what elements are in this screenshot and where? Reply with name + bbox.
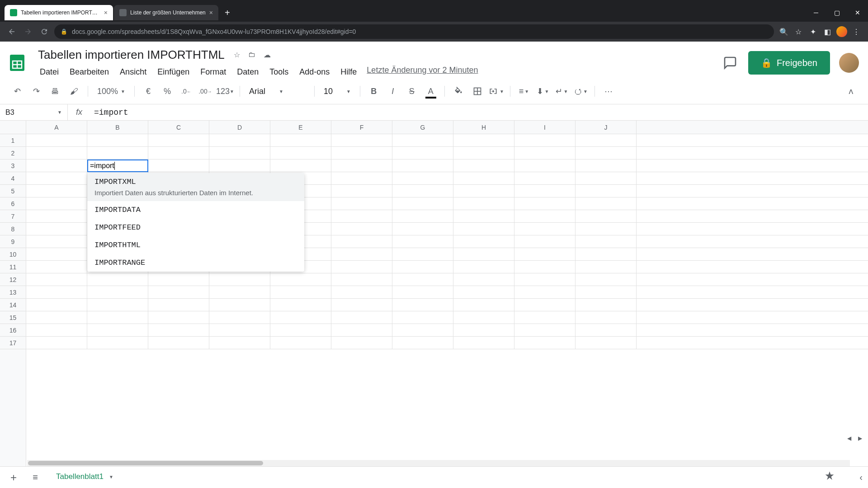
cell[interactable] xyxy=(453,223,514,235)
cell[interactable] xyxy=(576,197,637,210)
cell[interactable] xyxy=(331,299,392,311)
cell[interactable] xyxy=(576,311,637,324)
cell[interactable] xyxy=(514,273,576,286)
cell[interactable] xyxy=(331,248,392,260)
document-title[interactable]: Tabellen importieren IMPORTHTML xyxy=(35,47,227,63)
cell[interactable] xyxy=(209,134,270,146)
menu-file[interactable]: Datei xyxy=(35,66,63,79)
cell[interactable] xyxy=(209,160,270,172)
autocomplete-item[interactable]: IMPORTXMLImportiert Daten aus strukturie… xyxy=(87,173,304,201)
row-header[interactable]: 12 xyxy=(0,273,26,286)
cell[interactable] xyxy=(270,311,331,324)
number-format-select[interactable]: 123▼ xyxy=(216,83,234,99)
formula-input[interactable]: =import xyxy=(90,108,868,117)
cell[interactable] xyxy=(576,185,637,197)
sheets-logo[interactable] xyxy=(5,51,29,75)
cell[interactable] xyxy=(392,299,453,311)
cell[interactable] xyxy=(209,273,270,286)
row-header[interactable]: 16 xyxy=(0,324,26,337)
url-input[interactable]: 🔒 docs.google.com/spreadsheets/d/1S8QxqW… xyxy=(54,24,774,39)
cell[interactable] xyxy=(453,311,514,324)
cell[interactable] xyxy=(514,248,576,260)
fill-color-button[interactable] xyxy=(450,83,467,99)
cell[interactable] xyxy=(148,134,209,146)
undo-button[interactable]: ↶ xyxy=(9,83,25,99)
horizontal-scrollbar[interactable] xyxy=(27,460,850,466)
merge-cells-button[interactable]: ▼ xyxy=(488,83,505,99)
cell[interactable] xyxy=(514,299,576,311)
cell[interactable] xyxy=(26,223,87,235)
cell[interactable] xyxy=(148,286,209,298)
browser-tab[interactable]: Liste der größten Unternehmen × xyxy=(114,5,218,20)
cell[interactable] xyxy=(392,185,453,197)
row-header[interactable]: 6 xyxy=(0,197,26,210)
cell[interactable] xyxy=(576,160,637,172)
cell[interactable] xyxy=(209,311,270,324)
row-header[interactable]: 4 xyxy=(0,172,26,185)
add-sheet-button[interactable]: + xyxy=(5,471,22,484)
cell[interactable] xyxy=(514,223,576,235)
cell[interactable] xyxy=(453,324,514,336)
font-select[interactable]: Arial▼ xyxy=(245,87,309,96)
row-header[interactable]: 11 xyxy=(0,261,26,273)
cell[interactable] xyxy=(270,134,331,146)
bookmark-icon[interactable]: ☆ xyxy=(792,25,805,38)
cell[interactable] xyxy=(331,235,392,248)
autocomplete-item[interactable]: IMPORTHTML xyxy=(87,236,304,254)
cell[interactable] xyxy=(331,223,392,235)
vertical-align-button[interactable]: ⬇▼ xyxy=(535,83,551,99)
zoom-icon[interactable]: 🔍 xyxy=(778,25,790,38)
sheet-tab-menu-icon[interactable]: ▼ xyxy=(109,474,113,479)
cell[interactable] xyxy=(576,273,637,286)
cell[interactable] xyxy=(453,235,514,248)
strikethrough-button[interactable]: S xyxy=(404,83,420,99)
cell[interactable] xyxy=(209,337,270,349)
all-sheets-button[interactable]: ≡ xyxy=(27,472,43,483)
menu-format[interactable]: Format xyxy=(196,66,231,79)
reload-button[interactable] xyxy=(38,25,51,38)
browser-tab-active[interactable]: Tabellen importieren IMPORTHTML × xyxy=(5,5,113,20)
cell[interactable] xyxy=(270,337,331,349)
menu-insert[interactable]: Einfügen xyxy=(153,66,194,79)
percent-button[interactable]: % xyxy=(159,83,175,99)
menu-edit[interactable]: Bearbeiten xyxy=(65,66,113,79)
row-header[interactable]: 8 xyxy=(0,223,26,235)
cell[interactable] xyxy=(576,261,637,273)
close-window-button[interactable]: ✕ xyxy=(847,4,868,22)
cell[interactable] xyxy=(514,337,576,349)
explore-button[interactable] xyxy=(823,470,836,485)
cell[interactable] xyxy=(270,273,331,286)
menu-tools[interactable]: Tools xyxy=(265,66,293,79)
borders-button[interactable] xyxy=(469,83,486,99)
cell[interactable] xyxy=(453,273,514,286)
cell[interactable] xyxy=(26,197,87,210)
close-tab-icon[interactable]: × xyxy=(104,9,108,16)
cell[interactable] xyxy=(270,147,331,159)
cell[interactable] xyxy=(331,185,392,197)
cell[interactable] xyxy=(331,261,392,273)
column-header[interactable]: J xyxy=(576,121,637,134)
row-header[interactable]: 2 xyxy=(0,147,26,160)
italic-button[interactable]: I xyxy=(385,83,401,99)
cell[interactable] xyxy=(392,235,453,248)
cell[interactable] xyxy=(26,235,87,248)
cell[interactable] xyxy=(209,147,270,159)
cell[interactable] xyxy=(576,147,637,159)
cell[interactable] xyxy=(392,248,453,260)
cell[interactable] xyxy=(514,197,576,210)
cell[interactable] xyxy=(576,134,637,146)
cell[interactable] xyxy=(26,134,87,146)
cell[interactable] xyxy=(514,324,576,336)
cell[interactable] xyxy=(26,337,87,349)
cell[interactable] xyxy=(26,185,87,197)
cell[interactable] xyxy=(26,286,87,298)
cell[interactable] xyxy=(87,324,148,336)
cell[interactable] xyxy=(209,286,270,298)
text-rotation-button[interactable]: ⭯▼ xyxy=(573,83,589,99)
cell[interactable] xyxy=(87,311,148,324)
cell[interactable] xyxy=(392,223,453,235)
maximize-button[interactable]: ▢ xyxy=(826,4,847,22)
new-tab-button[interactable]: + xyxy=(219,8,236,18)
cell[interactable] xyxy=(331,286,392,298)
spreadsheet-grid[interactable]: 1234567891011121314151617 ABCDEFGHIJ =im… xyxy=(0,121,868,466)
